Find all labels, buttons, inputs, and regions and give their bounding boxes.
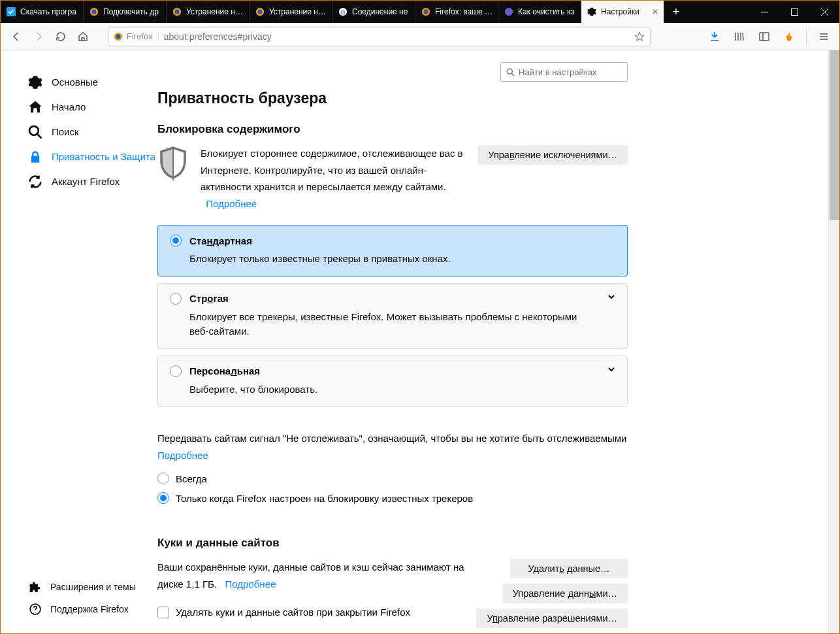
tab-label: Настройки bbox=[601, 7, 639, 16]
radio-icon bbox=[170, 365, 182, 377]
firefox-icon bbox=[172, 7, 182, 17]
card-title: Стандартная bbox=[189, 235, 252, 246]
svg-point-2 bbox=[92, 10, 97, 14]
forward-button bbox=[28, 26, 49, 47]
sidebar-bottom: Расширения и темы Поддержка Firefox bbox=[28, 576, 136, 620]
identity-label: Firefox bbox=[127, 31, 153, 41]
manage-exceptions-button[interactable]: Управление исключениями… bbox=[477, 145, 628, 165]
tab-6[interactable]: Как очистить кэ bbox=[498, 1, 581, 23]
back-button[interactable] bbox=[6, 26, 27, 47]
svg-point-10 bbox=[424, 10, 428, 14]
sidebar-item-support[interactable]: Поддержка Firefox bbox=[28, 598, 136, 620]
sidebar-item-extensions[interactable]: Расширения и темы bbox=[28, 576, 136, 598]
tab-3[interactable]: Устранение неп bbox=[250, 1, 332, 23]
radio-label: Всегда bbox=[176, 473, 207, 484]
identity-box[interactable]: Firefox bbox=[114, 31, 159, 41]
tab-0[interactable]: Скачать програ bbox=[1, 1, 84, 23]
reload-button[interactable] bbox=[50, 26, 71, 47]
learn-more-link[interactable]: Подробнее bbox=[157, 450, 208, 461]
svg-rect-15 bbox=[760, 33, 769, 41]
blocking-option-strict[interactable]: Строгая Блокирует все трекеры, известные… bbox=[157, 283, 628, 349]
card-description: Блокирует все трекеры, известные Firefox… bbox=[189, 310, 598, 339]
tab-1[interactable]: Подключить др bbox=[84, 1, 167, 23]
tab-label: Устранение неп bbox=[186, 7, 244, 16]
section-heading-blocking: Блокировка содержимого bbox=[157, 123, 628, 136]
sidebar-item-privacy[interactable]: Приватность и Защита bbox=[28, 144, 157, 169]
svg-rect-12 bbox=[791, 8, 798, 15]
fire-icon[interactable] bbox=[779, 26, 800, 47]
svg-point-18 bbox=[507, 69, 512, 74]
maximize-button[interactable] bbox=[779, 1, 809, 23]
close-icon[interactable]: ✕ bbox=[649, 7, 658, 16]
sidebar-item-label: Поддержка Firefox bbox=[50, 603, 129, 615]
new-tab-button[interactable]: + bbox=[664, 1, 688, 23]
sidebar-item-search[interactable]: Поиск bbox=[28, 120, 157, 144]
checkbox-icon bbox=[157, 607, 169, 618]
tab-2[interactable]: Устранение неп bbox=[167, 1, 250, 23]
sidebar-item-label: Основные bbox=[52, 76, 98, 89]
card-title: Персональная bbox=[189, 365, 260, 376]
tab-bar: Скачать програ Подключить др Устранение … bbox=[1, 1, 839, 23]
delete-on-close-checkbox[interactable]: Удалять куки и данные сайтов при закрыти… bbox=[157, 604, 464, 621]
tab-label: Firefox: ваше со bbox=[435, 7, 493, 16]
cookies-description: Ваши сохранённые куки, данные сайтов и к… bbox=[157, 559, 464, 621]
search-icon bbox=[506, 68, 515, 76]
card-title: Строгая bbox=[189, 293, 229, 304]
scrollbar-thumb[interactable] bbox=[830, 50, 839, 220]
tab-label: Подключить др bbox=[103, 7, 159, 16]
minimize-button[interactable] bbox=[749, 1, 779, 23]
scrollbar[interactable] bbox=[828, 50, 839, 633]
manage-data-button[interactable]: Управление данными… bbox=[502, 584, 628, 603]
downloads-button[interactable] bbox=[704, 26, 725, 47]
sidebar-item-label: Приватность и Защита bbox=[52, 150, 155, 163]
library-button[interactable] bbox=[729, 26, 750, 47]
radio-icon bbox=[170, 235, 182, 246]
clear-data-button[interactable]: Удалить данные… bbox=[510, 559, 628, 578]
learn-more-link[interactable]: Подробнее bbox=[206, 198, 257, 209]
url-bar[interactable]: Firefox about:preferences#privacy bbox=[108, 27, 651, 46]
checkbox-label: Удалять куки и данные сайтов при закрыти… bbox=[176, 604, 410, 621]
sidebar-item-account[interactable]: Аккаунт Firefox bbox=[28, 169, 157, 194]
tab-label: Как очистить кэ bbox=[518, 7, 574, 16]
search-icon bbox=[28, 125, 42, 139]
sidebar-item-label: Поиск bbox=[52, 125, 79, 139]
tab-label: Устранение неп bbox=[269, 7, 327, 16]
radio-icon bbox=[157, 492, 169, 504]
firefox-icon bbox=[255, 7, 265, 17]
sidebar-button[interactable] bbox=[754, 26, 775, 47]
url-text: about:preferences#privacy bbox=[164, 31, 634, 42]
gear-icon bbox=[28, 75, 42, 90]
page-title: Приватность браузера bbox=[157, 90, 628, 107]
menu-button[interactable] bbox=[813, 26, 834, 47]
learn-more-link[interactable]: Подробнее bbox=[225, 578, 276, 590]
navigation-bar: Firefox about:preferences#privacy bbox=[1, 23, 839, 50]
help-icon bbox=[28, 602, 42, 616]
blocking-option-standard[interactable]: Стандартная Блокирует только известные т… bbox=[157, 225, 628, 276]
tab-5[interactable]: Firefox: ваше со bbox=[415, 1, 498, 23]
dnt-option-only-blocking[interactable]: Только когда Firefox настроен на блокиро… bbox=[157, 488, 628, 508]
manage-permissions-button[interactable]: Управление разрешениями… bbox=[476, 609, 628, 628]
dnt-option-always[interactable]: Всегда bbox=[157, 469, 628, 488]
home-button[interactable] bbox=[73, 26, 93, 47]
lock-icon bbox=[28, 150, 42, 164]
shield-icon bbox=[157, 145, 189, 182]
checkmark-icon bbox=[6, 7, 16, 17]
close-window-button[interactable] bbox=[809, 1, 839, 23]
blocking-option-custom[interactable]: Персональная Выберите, что блокировать. bbox=[157, 356, 628, 407]
dnt-description: Передавать сайтам сигнал "Не отслеживать… bbox=[157, 430, 628, 463]
sidebar-item-home[interactable]: Начало bbox=[28, 95, 157, 120]
radio-label: Только когда Firefox настроен на блокиро… bbox=[176, 493, 473, 504]
tab-4[interactable]: GСоединение не bbox=[332, 1, 415, 23]
puzzle-icon bbox=[28, 580, 42, 594]
svg-point-11 bbox=[505, 8, 513, 16]
firefox-icon bbox=[89, 7, 99, 17]
firefox-icon bbox=[114, 32, 123, 41]
gear-icon bbox=[587, 7, 597, 17]
settings-search-input[interactable]: Найти в настройках bbox=[500, 62, 628, 82]
chevron-down-icon bbox=[607, 365, 615, 373]
sidebar-item-general[interactable]: Основные bbox=[28, 70, 157, 95]
radio-icon bbox=[170, 293, 182, 305]
bookmark-star-icon[interactable] bbox=[634, 31, 645, 42]
tab-7-active[interactable]: Настройки✕ bbox=[581, 1, 664, 23]
svg-point-6 bbox=[258, 10, 263, 14]
